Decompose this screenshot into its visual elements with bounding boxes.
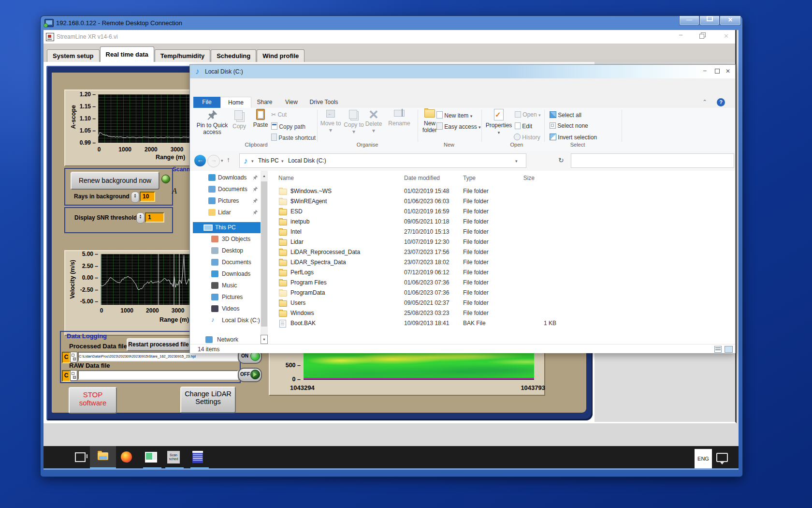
rdp-maximize-button[interactable] (699, 16, 720, 26)
task-view-icon[interactable] (75, 452, 86, 462)
file-row[interactable]: $Windows.~WS01/02/2019 15:48File folder (272, 187, 562, 197)
move-to-button[interactable]: ← Move to ▾ (319, 110, 342, 134)
sidebar-item-pictures[interactable]: Pictures (193, 292, 261, 303)
file-row[interactable]: Users09/05/2021 02:37File folder (272, 299, 562, 309)
sidebar-item-desktop[interactable]: Desktop (193, 245, 261, 256)
easy-access-button[interactable]: Easy access ▾ (436, 122, 481, 130)
file-row[interactable]: Windows25/08/2023 03:23File folder (272, 309, 562, 319)
file-row[interactable]: inetpub09/05/2021 10:18File folder (272, 217, 562, 227)
app-tab-temp-humidity[interactable]: Temp/humidity (155, 49, 210, 62)
rays-stepper[interactable]: ▲▼ (131, 192, 139, 203)
explorer-titlebar[interactable] (190, 65, 735, 78)
sidebar-item-downloads[interactable]: Downloads (193, 269, 261, 280)
explorer-maximize-button[interactable] (715, 68, 720, 75)
streamline-minimize-button[interactable]: – (679, 31, 682, 38)
ribbon-tab-file[interactable]: File (193, 97, 220, 108)
file-row[interactable]: $WinREAgent01/06/2023 06:03File folder (272, 197, 562, 207)
sidebar-item-local-disk-c-[interactable]: ♪Local Disk (C:) (193, 315, 261, 326)
processed-path-icon[interactable] (70, 352, 77, 362)
copy-path-button[interactable]: Copy path (271, 122, 305, 130)
file-row[interactable]: Boot.BAK10/09/2013 18:41BAK File1 KB (272, 319, 562, 329)
week-schedule-icon[interactable] (192, 451, 203, 463)
file-row[interactable]: Intel27/10/2010 15:13File folder (272, 227, 562, 238)
column-header-date[interactable]: Date modified (404, 175, 440, 181)
explorer-minimize-button[interactable]: – (703, 67, 707, 74)
new-item-button[interactable]: New item ▾ (436, 111, 472, 119)
raw-path-icon[interactable] (70, 370, 77, 381)
edit-button[interactable]: Edit (515, 122, 532, 130)
sidebar-item-downloads[interactable]: Downloads (193, 172, 261, 183)
back-button[interactable]: ← (194, 155, 206, 166)
snr-value-field[interactable]: 1 (145, 212, 164, 223)
collapse-ribbon-icon[interactable]: ⌃ (700, 97, 710, 108)
paste-shortcut-button[interactable]: Paste shortcut (271, 134, 316, 141)
file-row[interactable]: Program Files01/06/2023 07:36File folder (272, 278, 562, 288)
nav-scrollbar[interactable]: ▲ ▼ (261, 171, 268, 344)
renew-background-button[interactable]: Renew background now (71, 172, 160, 190)
rdp-minimize-button[interactable]: — (679, 16, 699, 26)
rename-button[interactable]: Rename (386, 110, 413, 127)
stop-software-button[interactable]: STOPsoftware (69, 387, 117, 414)
column-header-type[interactable]: Type (463, 175, 476, 181)
up-button[interactable]: ↑ (227, 156, 230, 164)
address-bar[interactable]: ♪ ▾ This PC ▾ Local Disk (C:) ▾ (239, 153, 526, 168)
raw-drive-box[interactable]: C (62, 370, 71, 382)
file-row[interactable]: ESD01/02/2019 16:59File folder (272, 207, 562, 217)
streamline-close-button[interactable]: ✕ (724, 32, 729, 40)
forward-button[interactable]: → (207, 155, 220, 167)
scroll-down-icon[interactable]: ▼ (261, 335, 268, 344)
file-row[interactable]: PerfLogs07/12/2019 06:12File folder (272, 268, 562, 278)
raw-logging-toggle[interactable]: OFF (238, 368, 262, 382)
properties-button[interactable]: ✓ Properties▾ (483, 109, 514, 135)
ribbon-tab-drive-tools[interactable]: Drive Tools (305, 97, 343, 108)
streamline-restore-button[interactable] (699, 33, 704, 40)
sidebar-item-documents[interactable]: Documents (193, 257, 261, 268)
scroll-thumb[interactable] (261, 181, 267, 327)
language-indicator[interactable]: ENG (695, 449, 712, 468)
address-dropdown-icon[interactable]: ▾ (515, 159, 518, 164)
processed-path-field[interactable]: C:\Lidar\Data\Proc\2023\202309\20230915\… (78, 352, 238, 361)
rays-value-field[interactable]: 10 (140, 192, 155, 202)
app-tab-system-setup[interactable]: System setup (47, 49, 100, 62)
column-header-name[interactable]: Name (278, 175, 294, 181)
history-dropdown-icon[interactable]: ▾ (221, 158, 223, 163)
refresh-icon[interactable]: ↻ (558, 156, 564, 164)
file-row[interactable]: ProgramData01/06/2023 07:36File folder (272, 288, 562, 299)
firefox-icon[interactable] (121, 451, 132, 463)
sidebar-item-3d-objects[interactable]: 3D Objects (193, 234, 261, 245)
search-box[interactable] (571, 153, 734, 168)
history-button[interactable]: History (514, 134, 540, 141)
rdp-close-button[interactable]: ✕ (720, 16, 741, 26)
copy-to-button[interactable]: Copy to ▾ (343, 110, 364, 135)
app-window-icon[interactable] (145, 452, 157, 463)
delete-button[interactable]: ✕ Delete▾ (362, 109, 385, 134)
app-tab-real-time-data[interactable]: Real time data (100, 46, 154, 62)
select-none-button[interactable]: Select none (550, 122, 588, 129)
ribbon-tab-share[interactable]: Share (251, 97, 278, 108)
select-all-button[interactable]: Select all (550, 111, 581, 119)
file-row[interactable]: LiDAR_Reprocessed_Data23/07/2023 17:56Fi… (272, 248, 562, 258)
sidebar-item-lidar[interactable]: Lidar (193, 207, 261, 218)
raw-path-field[interactable] (78, 370, 238, 380)
details-view-icon[interactable] (714, 346, 722, 353)
column-header-size[interactable]: Size (510, 175, 535, 181)
app-tab-wind-profile[interactable]: Wind profile (257, 49, 304, 62)
ribbon-tab-home[interactable]: Home (220, 97, 251, 108)
notification-chat-icon[interactable] (716, 453, 728, 462)
help-icon[interactable]: ? (717, 98, 725, 106)
sidebar-item-videos[interactable]: Videos (193, 303, 261, 314)
app-tab-scheduling[interactable]: Scheduling (211, 49, 256, 62)
sidebar-item-music[interactable]: Music (193, 280, 261, 291)
ribbon-tab-view[interactable]: View (279, 97, 304, 108)
thumbnail-view-icon[interactable] (725, 346, 733, 353)
explorer-close-button[interactable]: ✕ (725, 68, 730, 75)
file-row[interactable]: Lidar10/07/2019 12:30File folder (272, 238, 562, 248)
copy-button[interactable]: Copy (230, 110, 249, 130)
open-button[interactable]: Open ▾ (515, 111, 541, 118)
breadcrumb-local-disk[interactable]: Local Disk (C:) (288, 157, 326, 164)
scroll-up-icon[interactable]: ▲ (261, 172, 268, 180)
invert-selection-button[interactable]: Invert selection (550, 134, 597, 141)
restart-processed-file-button[interactable]: Restart processed file (127, 338, 190, 351)
paste-button[interactable]: Paste (250, 109, 271, 128)
taskbar-file-explorer-button[interactable] (90, 446, 116, 468)
